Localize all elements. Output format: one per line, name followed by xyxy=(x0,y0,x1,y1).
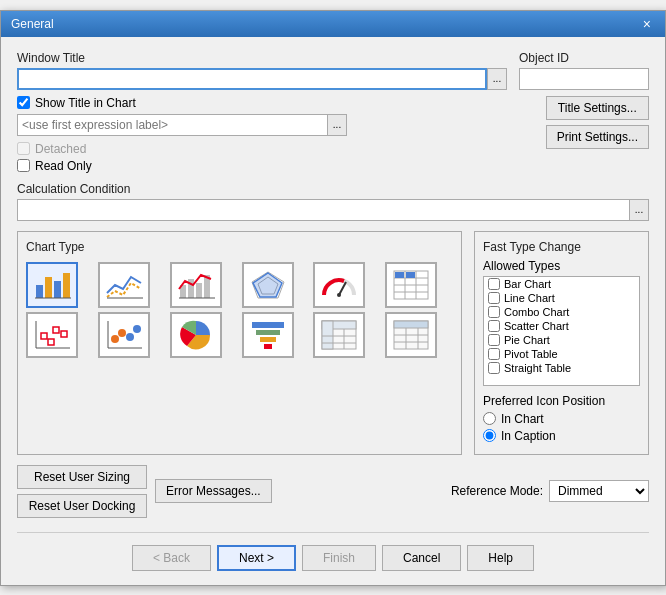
chart-type-section: Chart Type xyxy=(17,231,462,455)
combo-chart-checkbox[interactable] xyxy=(488,306,500,318)
back-button[interactable]: < Back xyxy=(132,545,211,571)
chart-grid xyxy=(26,262,453,358)
svg-point-34 xyxy=(126,333,134,341)
svg-line-14 xyxy=(339,282,346,295)
in-caption-radio[interactable] xyxy=(483,429,496,442)
bar-chart-icon[interactable] xyxy=(26,262,78,308)
straight-table-item-label: Straight Table xyxy=(504,362,571,374)
pivot-table-checkbox[interactable] xyxy=(488,348,500,360)
in-chart-radio[interactable] xyxy=(483,412,496,425)
scatter-chart-icon[interactable] xyxy=(26,312,78,358)
grid-chart-icon[interactable] xyxy=(385,262,437,308)
allowed-types-listbox: Bar Chart Line Chart Combo Chart Scatter… xyxy=(483,276,640,386)
calc-condition-input[interactable] xyxy=(17,199,629,221)
combo-chart-item-label: Combo Chart xyxy=(504,306,569,318)
reference-mode-select[interactable]: Dimmed Hidden Normal xyxy=(549,480,649,502)
svg-rect-27 xyxy=(53,327,59,333)
pie-chart-icon[interactable] xyxy=(170,312,222,358)
show-title-label: Show Title in Chart xyxy=(35,96,136,110)
reset-docking-button[interactable]: Reset User Docking xyxy=(17,494,147,518)
calc-browse[interactable]: ... xyxy=(629,199,649,221)
line-chart-icon[interactable] xyxy=(98,262,150,308)
list-item: Pie Chart xyxy=(484,333,639,347)
gauge-chart-icon[interactable] xyxy=(313,262,365,308)
svg-rect-26 xyxy=(41,333,47,339)
svg-rect-8 xyxy=(196,283,202,298)
straight-table-checkbox[interactable] xyxy=(488,362,500,374)
help-button[interactable]: Help xyxy=(467,545,534,571)
straight-table-icon[interactable] xyxy=(385,312,437,358)
fast-type-section: Fast Type Change Allowed Types Bar Chart… xyxy=(474,231,649,455)
reference-mode-label: Reference Mode: xyxy=(451,484,543,498)
bar-chart-checkbox[interactable] xyxy=(488,278,500,290)
title-settings-button[interactable]: Title Settings... xyxy=(546,96,649,120)
finish-button[interactable]: Finish xyxy=(302,545,376,571)
cancel-button[interactable]: Cancel xyxy=(382,545,461,571)
in-caption-label: In Caption xyxy=(501,429,556,443)
chart-type-title: Chart Type xyxy=(26,240,453,254)
bar-chart-item-label: Bar Chart xyxy=(504,278,551,290)
svg-rect-47 xyxy=(394,321,428,328)
dot-chart-icon[interactable] xyxy=(98,312,150,358)
line-chart-item-label: Line Chart xyxy=(504,292,555,304)
list-item: Straight Table xyxy=(484,361,639,375)
bottom-controls: Reset User Sizing Reset User Docking Err… xyxy=(17,465,649,518)
svg-point-33 xyxy=(118,329,126,337)
funnel-chart-icon[interactable] xyxy=(242,312,294,358)
list-item: Bar Chart xyxy=(484,277,639,291)
combo-chart-icon[interactable] xyxy=(170,262,222,308)
svg-point-15 xyxy=(337,293,341,297)
preferred-label: Preferred Icon Position xyxy=(483,394,640,408)
object-id-label: Object ID xyxy=(519,51,649,65)
svg-rect-39 xyxy=(264,344,272,349)
reset-sizing-button[interactable]: Reset User Sizing xyxy=(17,465,147,489)
window-title-browse[interactable]: ... xyxy=(487,68,507,90)
read-only-label: Read Only xyxy=(35,159,92,173)
reference-mode-container: Reference Mode: Dimmed Hidden Normal xyxy=(451,480,649,502)
svg-rect-0 xyxy=(36,285,43,298)
dialog-title: General xyxy=(11,17,54,31)
in-chart-row: In Chart xyxy=(483,412,640,426)
nav-bar: < Back Next > Finish Cancel Help xyxy=(17,532,649,571)
detached-label: Detached xyxy=(35,142,86,156)
svg-rect-38 xyxy=(260,337,276,342)
list-item: Scatter Chart xyxy=(484,319,639,333)
print-settings-button[interactable]: Print Settings... xyxy=(546,125,649,149)
pivot-table-item-label: Pivot Table xyxy=(504,348,558,360)
svg-marker-13 xyxy=(253,273,282,297)
general-dialog: General × Window Title ... Object ID xyxy=(0,10,666,586)
radar-chart-icon[interactable] xyxy=(242,262,294,308)
svg-rect-37 xyxy=(256,330,280,335)
pie-chart-item-label: Pie Chart xyxy=(504,334,550,346)
object-id-input[interactable] xyxy=(519,68,649,90)
svg-rect-2 xyxy=(54,281,61,298)
in-caption-row: In Caption xyxy=(483,429,640,443)
expression-label-input[interactable] xyxy=(17,114,327,136)
read-only-checkbox[interactable] xyxy=(17,159,30,172)
close-button[interactable]: × xyxy=(639,17,655,31)
svg-point-35 xyxy=(133,325,141,333)
calc-condition-label: Calculation Condition xyxy=(17,182,649,196)
pie-chart-checkbox[interactable] xyxy=(488,334,500,346)
detached-checkbox[interactable] xyxy=(17,142,30,155)
svg-rect-22 xyxy=(395,272,404,278)
in-chart-label: In Chart xyxy=(501,412,544,426)
svg-rect-42 xyxy=(322,321,333,349)
list-item: Combo Chart xyxy=(484,305,639,319)
pivot-table-icon[interactable] xyxy=(313,312,365,358)
allowed-types-label: Allowed Types xyxy=(483,259,640,273)
svg-rect-36 xyxy=(252,322,284,328)
svg-rect-3 xyxy=(63,273,70,298)
fast-type-title: Fast Type Change xyxy=(483,240,640,254)
expression-browse[interactable]: ... xyxy=(327,114,347,136)
svg-rect-23 xyxy=(406,272,415,278)
scatter-chart-item-label: Scatter Chart xyxy=(504,320,569,332)
error-messages-button[interactable]: Error Messages... xyxy=(155,479,272,503)
window-title-input[interactable] xyxy=(17,68,487,90)
window-title-label: Window Title xyxy=(17,51,507,65)
show-title-checkbox[interactable] xyxy=(17,96,30,109)
next-button[interactable]: Next > xyxy=(217,545,296,571)
list-item: Line Chart xyxy=(484,291,639,305)
scatter-chart-checkbox[interactable] xyxy=(488,320,500,332)
line-chart-checkbox[interactable] xyxy=(488,292,500,304)
